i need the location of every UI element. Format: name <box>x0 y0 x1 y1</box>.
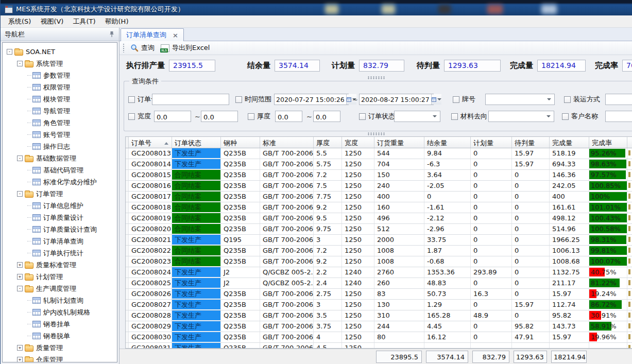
menu-item[interactable]: 工具(T) <box>68 15 100 28</box>
customer-input[interactable] <box>605 111 632 122</box>
material-dest-combo[interactable] <box>488 111 554 122</box>
table-row[interactable]: GC2008030下发生产Q235BGB/T 700-2006412508016… <box>126 332 632 343</box>
tab-order-list-query[interactable]: 订单清单查询 × <box>121 28 184 41</box>
tree-item[interactable]: 角色管理 <box>3 117 117 129</box>
tree-item[interactable]: +质量管理 <box>3 342 117 354</box>
tree-item[interactable]: 炉内改轧制规格 <box>3 306 117 318</box>
thickness-to-input[interactable]: 0.0 <box>313 111 340 122</box>
collapse-icon[interactable]: - <box>17 191 23 197</box>
tree-item[interactable]: 模块管理 <box>3 93 117 105</box>
tree-item[interactable]: +质量标准管理 <box>3 259 117 271</box>
tree-item[interactable]: 操作日志 <box>3 141 117 152</box>
brand-combo[interactable] <box>485 94 555 105</box>
tree-item[interactable]: -SOA.NET <box>3 46 117 58</box>
horizontal-splitter[interactable] <box>119 131 632 136</box>
material-dest-checkbox[interactable] <box>451 113 458 120</box>
table-row[interactable]: GC2008022合同结案Q235BGB/T 700-20067.2125010… <box>126 246 632 256</box>
column-header-plan[interactable]: 计划量 <box>471 137 512 148</box>
tree-item[interactable]: 标准化学成分维护 <box>3 176 117 188</box>
table-row[interactable]: GC2008020合同结案Q235BGB/T 700-20069.7512505… <box>126 224 632 235</box>
tree-item[interactable]: +计划管理 <box>3 271 117 283</box>
calendar-dropdown-button[interactable] <box>431 94 441 105</box>
table-row[interactable]: GC2008021下发生产Q195GB/T 700-20063125020003… <box>126 235 632 246</box>
thickness-checkbox[interactable] <box>248 113 254 120</box>
collapse-icon[interactable]: - <box>17 286 23 291</box>
customer-checkbox[interactable] <box>562 113 569 120</box>
table-row[interactable]: GC2008016合同结案Q235BGB/T 700-20067.5125024… <box>126 181 632 192</box>
table-row[interactable]: GC2008014下发生产Q235BGB/T 700-20065.7512507… <box>126 159 632 170</box>
time-range-checkbox[interactable] <box>235 96 242 103</box>
column-header-thickness[interactable]: 厚度 <box>314 137 342 148</box>
table-row[interactable]: GC2008024下发生产J2Q/GCBZ 005-2...2.21240276… <box>126 267 632 278</box>
time-to-picker[interactable]: 2020-08-27 15:00:27 <box>359 94 434 105</box>
table-row[interactable]: GC2008029下发生产Q235BGB/T 700-20063.7512502… <box>126 321 632 332</box>
expand-icon[interactable]: + <box>17 274 23 280</box>
expand-icon[interactable]: + <box>17 345 23 351</box>
tree-item[interactable]: 账号管理 <box>3 129 117 141</box>
menu-item[interactable]: 视图(V) <box>36 15 68 28</box>
order-no-checkbox[interactable] <box>128 96 135 103</box>
table-row[interactable]: GC2008017合同结案Q235BGB/T 700-20067.7512504… <box>126 192 632 202</box>
tree-item[interactable]: 参数管理 <box>3 70 117 81</box>
tree-item[interactable]: 订单质量设计查询 <box>3 223 117 235</box>
width-from-input[interactable]: 0.0 <box>154 111 191 122</box>
tree-item[interactable]: 订单信息维护 <box>3 200 117 212</box>
table-row[interactable]: GC2008018合同结案Q235BGB/T 700-20069.2125016… <box>126 202 632 213</box>
tree-item[interactable]: 钢卷挂单 <box>3 318 117 330</box>
tree-item[interactable]: -系统管理 <box>3 58 117 70</box>
tree-item[interactable]: 订单质量设计 <box>3 212 117 223</box>
table-row[interactable]: GC2008013下发生产Q235BGB/T 700-20065.5125054… <box>126 148 632 159</box>
expand-icon[interactable]: + <box>17 262 23 268</box>
horizontal-splitter[interactable] <box>119 76 632 80</box>
toolbar-grip[interactable] <box>123 43 125 53</box>
collapse-icon[interactable]: - <box>7 49 12 55</box>
order-no-input[interactable] <box>152 94 229 105</box>
collapse-icon[interactable]: - <box>17 61 23 66</box>
menu-item[interactable]: 系统(S) <box>4 15 36 28</box>
tree-item[interactable]: -订单管理 <box>3 188 117 200</box>
time-from-picker[interactable]: 2020-07-27 15:00:26 <box>274 94 349 105</box>
menu-item[interactable]: 帮助(H) <box>100 15 133 28</box>
collapse-icon[interactable]: - <box>17 155 23 161</box>
column-header-standard[interactable]: 标准 <box>260 137 314 148</box>
column-header-pending[interactable]: 待判量 <box>512 137 550 148</box>
table-row[interactable]: GC2008026下发生产Q235BGB/T 700-20062.7512508… <box>126 289 632 300</box>
column-header-steel[interactable]: 钢种 <box>221 137 260 148</box>
table-row[interactable]: GC2008025下发生产J2Q/GCBZ 005-2...2.41240260… <box>126 278 632 289</box>
column-header-rate[interactable]: 完成率 <box>589 137 627 148</box>
tab-close-icon[interactable]: × <box>173 31 178 39</box>
column-header-weight[interactable]: 订货重量 <box>374 137 424 148</box>
expand-icon[interactable]: + <box>17 357 23 362</box>
column-header-status[interactable]: 订单状态 <box>172 137 221 148</box>
table-row[interactable]: GC2008015合同结案Q235BGB/T 700-20067.2125015… <box>126 170 632 181</box>
tree-item[interactable]: 权限管理 <box>3 81 117 93</box>
table-row[interactable]: GC2008027下发生产Q235BGB/T 700-2006312501301… <box>126 300 632 310</box>
column-header-complete[interactable]: 完成量 <box>550 137 589 148</box>
table-row[interactable]: GC2008031下发生产Q235BGB/T 700-20064.51250 <box>126 343 632 348</box>
query-button[interactable]: 查询 <box>128 42 159 54</box>
thickness-from-input[interactable]: 0.0 <box>275 111 302 122</box>
export-excel-button[interactable]: XLS 导出到Excel <box>159 42 214 54</box>
tree-item[interactable]: 钢卷脱单 <box>3 330 117 342</box>
shipping-checkbox[interactable] <box>564 96 571 103</box>
tree-item[interactable]: +仓库管理 <box>3 354 117 362</box>
tree-item[interactable]: -基础数据管理 <box>3 152 117 164</box>
pin-icon[interactable] <box>109 31 115 38</box>
table-row[interactable]: GC2008028下发生产Q235BGB/T 700-20063.5125031… <box>126 310 632 321</box>
column-header-order[interactable]: 订单号 <box>129 137 172 148</box>
tree-item[interactable]: 基础代码管理 <box>3 164 117 176</box>
table-row[interactable]: GC2008023合同结案Q235BGB/T 700-20069.2125010… <box>126 256 632 267</box>
width-to-input[interactable]: 0.0 <box>201 111 238 122</box>
tree-item[interactable]: -生产调度管理 <box>3 283 117 294</box>
tree-item[interactable]: 订单执行统计 <box>3 247 117 259</box>
column-header-width[interactable]: 宽度 <box>342 137 374 148</box>
tree-item[interactable]: 订单清单查询 <box>3 235 117 247</box>
table-row[interactable]: GC2008019合同结案Q235BGB/T 700-20069.5125049… <box>126 213 632 224</box>
brand-checkbox[interactable] <box>453 96 459 103</box>
column-header-balance[interactable]: 结余量 <box>424 137 471 148</box>
shipping-combo[interactable] <box>605 94 632 105</box>
width-checkbox[interactable] <box>128 113 135 120</box>
tree-item[interactable]: 导航管理 <box>3 105 117 117</box>
tree-item[interactable]: 轧制计划查询 <box>3 294 117 306</box>
order-status-combo[interactable] <box>394 111 440 122</box>
